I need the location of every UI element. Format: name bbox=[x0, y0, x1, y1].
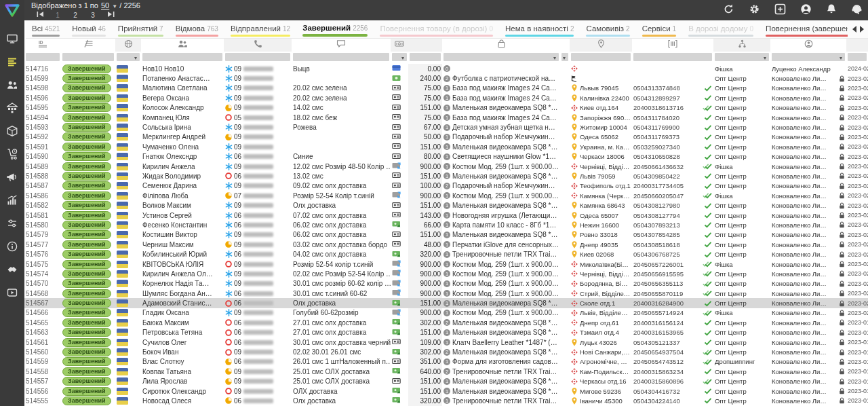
column-header-price[interactable] bbox=[408, 38, 442, 52]
column-header-flag[interactable] bbox=[115, 38, 141, 52]
table-row[interactable]: 514556ЗавершенийСиротюк Олександр09ОЛХ д… bbox=[24, 386, 868, 396]
chevron-down-icon[interactable]: ▾ bbox=[840, 55, 842, 62]
table-row[interactable]: 514563ЗавершенийПетровська Тетяна0627.01… bbox=[24, 328, 868, 337]
table-row[interactable]: 514576ЗавершенийКобилинський Юрий0604.02… bbox=[24, 249, 868, 259]
table-row[interactable]: 514586ЗавершенийФіліпова Люба07Розмір 52… bbox=[24, 191, 868, 200]
page-size-dropdown[interactable]: 50 bbox=[101, 1, 109, 10]
table-row[interactable]: 514582ЗавершенийВолков Максим09Олх доста… bbox=[24, 200, 868, 210]
table-row[interactable]: 514594ЗавершенийКомпанец Юля0518.02 смс … bbox=[24, 113, 868, 122]
refresh-icon[interactable] bbox=[723, 3, 734, 15]
table-row[interactable]: 514565ЗавершенийБаюка Максим0627.01 смс … bbox=[24, 318, 868, 327]
sidebar-item-shipping[interactable] bbox=[0, 144, 24, 167]
chevron-down-icon[interactable]: ▾ bbox=[764, 55, 766, 62]
sidebar-item-partners[interactable] bbox=[0, 259, 24, 282]
settings-gear-icon[interactable] bbox=[749, 3, 760, 15]
filter-source-input[interactable]: ▾ bbox=[715, 53, 769, 61]
column-header-pdrop[interactable] bbox=[560, 38, 570, 52]
profile-icon[interactable] bbox=[800, 3, 812, 15]
table-row[interactable]: 514579ЗавершенийКостишин Виктор0906.02 с… bbox=[24, 230, 868, 240]
table-row[interactable]: 514595ЗавершенийКолосок Александр0914.02… bbox=[24, 103, 868, 113]
column-header-comment[interactable] bbox=[292, 38, 391, 52]
tab-return-transit[interactable]: Повернення товару (в дорозі)0 bbox=[374, 20, 499, 38]
tab-out-of-stock[interactable]: Нема в наявності2 bbox=[499, 20, 580, 38]
tab-new[interactable]: Новый46 bbox=[66, 20, 112, 38]
table-row[interactable]: 514599ЗавершенийПотапенко Анастас…09240.… bbox=[24, 73, 868, 83]
tab-sent[interactable]: Відправлений12 bbox=[224, 20, 296, 38]
app-logo[interactable] bbox=[4, 3, 20, 22]
table-row[interactable]: 514558ЗавершенийКовпак Татьяна0925.01 см… bbox=[24, 367, 868, 376]
sidebar-item-customers[interactable] bbox=[0, 75, 24, 98]
column-header-date[interactable] bbox=[846, 38, 868, 52]
table-row[interactable]: 514559ЗавершенийВлас Слотюу0626.01 смс 1… bbox=[24, 357, 868, 367]
column-header-phone[interactable] bbox=[224, 38, 292, 52]
page-number-1[interactable]: 1 bbox=[49, 12, 66, 19]
tab-services[interactable]: Сервіси1 bbox=[636, 20, 683, 38]
column-header-product[interactable] bbox=[442, 38, 560, 52]
table-row[interactable]: 514581ЗавершенийУстинов Сергей0607.02 см… bbox=[24, 210, 868, 220]
tab-accepted[interactable]: Прийнятий7 bbox=[112, 20, 170, 38]
filter-price-input[interactable] bbox=[410, 53, 441, 61]
filter-status-input[interactable] bbox=[62, 53, 114, 61]
chevron-down-icon[interactable]: ▾ bbox=[553, 55, 556, 62]
sidebar-item-statistics[interactable] bbox=[0, 190, 24, 213]
column-header-source[interactable] bbox=[713, 38, 770, 52]
table-row[interactable]: 514587ЗавершенийСеменюк Дарина0909.02 см… bbox=[24, 181, 868, 191]
filter-flag-input[interactable]: ▾ bbox=[117, 53, 140, 61]
last-page-button[interactable] bbox=[102, 11, 119, 19]
column-header-city[interactable] bbox=[570, 38, 632, 52]
filter-product-input[interactable]: ▾ bbox=[443, 53, 559, 61]
table-row[interactable]: 514575ЗавершенийКВІТОВСЬКА ЮЛІЯ09Розмір … bbox=[24, 259, 868, 269]
table-row[interactable]: 514716ЗавершенийНов10 Нов1009Выцв0.000Фі… bbox=[24, 64, 868, 73]
tab-declined[interactable]: Відмова763 bbox=[170, 20, 224, 38]
filter-pay-input[interactable]: ▾ bbox=[392, 53, 407, 61]
table-row[interactable]: 514590ЗавершенийГнатюк Олексндр06Синие80… bbox=[24, 152, 868, 162]
tab-pickup[interactable]: Самовивіз2 bbox=[580, 20, 635, 38]
tab-on-way-home[interactable]: В дорозі додому0 bbox=[682, 20, 760, 38]
tab-return-completed[interactable]: Повернення (завершений)125 bbox=[760, 20, 848, 38]
sidebar-item-marketing[interactable] bbox=[0, 167, 24, 190]
sidebar-item-video-help[interactable] bbox=[0, 282, 24, 306]
tab-completed[interactable]: Завершений2256 bbox=[296, 20, 374, 38]
filter-manager-input[interactable]: ▾ bbox=[772, 53, 845, 61]
table-row[interactable]: 514591ЗавершенийЧумаченко Олена09151.001… bbox=[24, 142, 868, 151]
filter-pdrop-input[interactable]: ▾ bbox=[561, 53, 568, 61]
first-page-button[interactable] bbox=[31, 11, 49, 19]
tab-scroll-right-icon[interactable] bbox=[860, 26, 864, 33]
sidebar-item-info[interactable] bbox=[0, 236, 24, 259]
sidebar-item-orders[interactable] bbox=[0, 52, 24, 75]
tab-all[interactable]: Всі4521 bbox=[26, 20, 66, 38]
table-row[interactable]: 514593ЗавершенийСольська Ірина09Рожева67… bbox=[24, 122, 868, 132]
table-row[interactable]: 514589ЗавершенийКирилич Анжела0912.02 см… bbox=[24, 162, 868, 171]
filter-city-input[interactable] bbox=[571, 53, 631, 61]
filter-date-input[interactable] bbox=[848, 53, 867, 61]
support-headset-icon[interactable] bbox=[851, 3, 863, 15]
column-header-manager[interactable] bbox=[770, 38, 846, 52]
filter-comment-input[interactable] bbox=[293, 53, 389, 61]
table-row[interactable]: 514566ЗавершенийГладик Оксана09Голубий 6… bbox=[24, 308, 868, 318]
table-row[interactable]: 514560ЗавершенийБокоч Иван0902.02 30.01 … bbox=[24, 347, 868, 356]
filter-id-input[interactable] bbox=[26, 53, 60, 61]
table-row[interactable]: 514561ЗавершенийСучилов Олег0630.01 смс … bbox=[24, 337, 868, 347]
table-row[interactable]: 514580ЗавершенийФесенко Константин0606.0… bbox=[24, 220, 868, 229]
column-header-pay[interactable] bbox=[391, 38, 408, 52]
table-row[interactable]: 514574ЗавершенийКирилич Анжела Ол…0902.0… bbox=[24, 269, 868, 278]
table-row[interactable]: 514588ЗавершенийЖидак Володимир0613.02 с… bbox=[24, 171, 868, 181]
add-order-icon[interactable] bbox=[774, 3, 786, 15]
sidebar-item-automation[interactable] bbox=[0, 213, 24, 236]
filter-phone-input[interactable] bbox=[225, 53, 290, 61]
sidebar-item-company[interactable] bbox=[0, 98, 24, 121]
sidebar-item-products[interactable] bbox=[0, 121, 24, 144]
column-header-ttn[interactable] bbox=[632, 38, 713, 52]
table-row[interactable]: 514567ЗавершенийАдамовский Станис…06Олх … bbox=[24, 298, 868, 308]
filter-name-input[interactable] bbox=[142, 53, 222, 61]
chevron-down-icon[interactable]: ▾ bbox=[134, 55, 137, 62]
tab-scroll-left-icon[interactable] bbox=[852, 26, 856, 33]
table-row[interactable]: 514568ЗавершенийШумляс Богдана Ан…0630.0… bbox=[24, 289, 868, 298]
table-row[interactable]: 514570ЗавершенийКорнелюк Надія Та…0930.0… bbox=[24, 279, 868, 289]
table-row[interactable]: 514592ЗавершенийМерклингер Андрей0950.00… bbox=[24, 132, 868, 142]
sidebar-item-dashboard[interactable] bbox=[0, 29, 24, 52]
column-header-name[interactable] bbox=[141, 38, 224, 52]
chevron-down-icon[interactable]: ▾ bbox=[401, 55, 404, 62]
table-row[interactable]: 514577ЗавершенийЧерниш Максим0903.02 смс… bbox=[24, 240, 868, 249]
table-row[interactable]: 514596ЗавершенийВегера Оксана0920.02 смс… bbox=[24, 93, 868, 103]
